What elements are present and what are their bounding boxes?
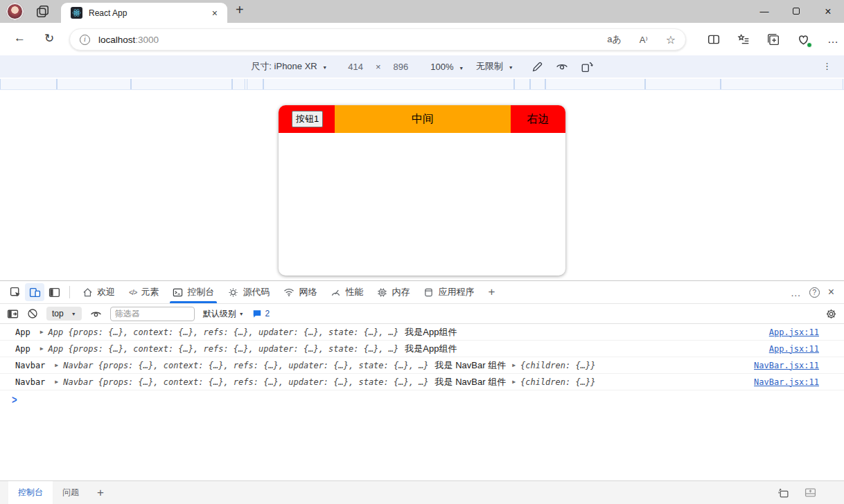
media-query-segment[interactable] — [57, 79, 131, 89]
object-preview[interactable]: Navbar {props: {…}, context: {…}, refs: … — [63, 377, 428, 387]
page-button-1[interactable]: 按钮1 — [292, 111, 323, 127]
media-query-segment[interactable] — [530, 79, 545, 89]
tab-sources[interactable]: 源代码 — [221, 281, 276, 303]
media-query-segment[interactable] — [721, 79, 843, 89]
help-icon[interactable]: ? — [809, 287, 820, 298]
back-button[interactable]: ← — [14, 31, 26, 45]
viewport-height-field[interactable]: 896 — [394, 62, 409, 72]
tab-welcome[interactable]: 欢迎 — [76, 281, 122, 303]
devtools-tab-bar: 欢迎 </> 元素 控制台 源代码 网络 — [0, 281, 844, 303]
device-size-select[interactable]: 尺寸: iPhone XR ▼ — [251, 60, 327, 73]
console-log-row: Navbar ▶ Navbar {props: {…}, context: {…… — [0, 374, 844, 390]
media-query-segment[interactable] — [263, 79, 514, 89]
split-screen-icon[interactable] — [707, 33, 720, 46]
expand-arrow-icon[interactable]: ▶ — [55, 362, 58, 368]
media-query-segment[interactable] — [514, 79, 530, 89]
media-query-segment[interactable] — [247, 79, 263, 89]
device-size-label: 尺寸: iPhone XR — [251, 61, 317, 71]
viewport-width-field[interactable]: 414 — [348, 62, 363, 72]
object-preview[interactable]: App {props: {…}, context: {…}, refs: {…}… — [49, 344, 399, 354]
tab-console[interactable]: 控制台 — [166, 281, 221, 303]
expand-arrow-icon[interactable]: ▶ — [512, 362, 516, 368]
browser-essentials-icon[interactable] — [797, 33, 810, 46]
context-label: top — [52, 309, 64, 318]
close-devtools-icon[interactable]: × — [828, 286, 834, 298]
devtools-more-icon[interactable]: … — [791, 287, 801, 298]
media-query-segment[interactable] — [0, 79, 57, 89]
console-prompt[interactable]: > — [0, 390, 844, 408]
expand-arrow-icon[interactable]: ▶ — [512, 379, 516, 385]
browser-tab[interactable]: React App × — [61, 3, 227, 23]
media-query-segment[interactable] — [545, 79, 645, 89]
media-query-segment[interactable] — [232, 79, 245, 89]
console-settings-gear-icon[interactable] — [825, 308, 837, 320]
new-tab-button[interactable]: + — [236, 2, 244, 18]
tab-label: 元素 — [141, 286, 159, 298]
tab-memory[interactable]: 内存 — [370, 281, 416, 303]
drawer-add-tab-button[interactable]: + — [89, 486, 112, 500]
workspaces-icon[interactable] — [36, 5, 49, 18]
close-window-button[interactable]: × — [812, 6, 844, 18]
favorite-star-icon[interactable]: ☆ — [666, 33, 676, 46]
tab-label: 网络 — [299, 286, 317, 298]
expand-arrow-icon[interactable]: ▶ — [40, 329, 44, 335]
object-preview[interactable]: Navbar {props: {…}, context: {…}, refs: … — [63, 361, 428, 370]
clear-console-icon[interactable] — [27, 308, 38, 319]
drawer-tab-console[interactable]: 控制台 — [8, 481, 53, 504]
pen-tool-icon[interactable] — [531, 61, 543, 73]
object-preview-children[interactable]: {children: {…}} — [520, 377, 595, 387]
console-sidebar-icon[interactable] — [7, 308, 19, 320]
more-tabs-button[interactable]: + — [481, 285, 502, 299]
chip-icon — [377, 287, 387, 298]
profile-avatar[interactable] — [6, 3, 24, 20]
source-link[interactable]: App.jsx:11 — [769, 344, 819, 354]
drawer-expand-icon[interactable] — [805, 487, 816, 498]
issues-counter[interactable]: 2 — [252, 309, 270, 318]
divider — [69, 286, 70, 298]
inspect-element-icon[interactable] — [6, 283, 25, 301]
live-expression-eye-icon[interactable] — [90, 308, 102, 320]
tab-application[interactable]: 应用程序 — [416, 281, 481, 303]
context-selector[interactable]: top ▼ — [46, 307, 82, 321]
translate-icon[interactable]: aあ — [607, 33, 622, 46]
address-bar[interactable]: i localhost:3000 aあ A⁾ ☆ — [69, 28, 686, 51]
source-link[interactable]: NavBar.jsx:11 — [754, 377, 819, 387]
react-favicon — [71, 7, 82, 19]
source-link[interactable]: App.jsx:11 — [769, 327, 819, 337]
tab-network[interactable]: 网络 — [276, 281, 324, 303]
read-aloud-icon[interactable]: A⁾ — [640, 35, 648, 45]
favorites-icon[interactable] — [737, 33, 750, 46]
device-toolbar-more-icon[interactable]: ⋮ — [823, 61, 832, 71]
minimize-button[interactable]: — — [748, 6, 780, 17]
expand-arrow-icon[interactable]: ▶ — [40, 345, 44, 352]
url-port: :3000 — [135, 35, 159, 45]
essentials-status-badge — [807, 42, 812, 48]
home-icon — [82, 287, 93, 298]
eye-icon[interactable] — [556, 60, 568, 73]
log-levels-select[interactable]: 默认级别 ▼ — [203, 308, 244, 320]
object-preview[interactable]: App {props: {…}, context: {…}, refs: {…}… — [49, 327, 399, 337]
collections-icon[interactable] — [767, 33, 780, 46]
dock-side-icon[interactable] — [44, 283, 64, 301]
zoom-select[interactable]: 100% ▼ — [430, 62, 464, 72]
tab-title: React App — [89, 8, 209, 18]
site-info-icon[interactable]: i — [80, 35, 90, 45]
console-filter-input[interactable] — [110, 307, 195, 321]
media-query-segment[interactable] — [645, 79, 721, 89]
object-preview-children[interactable]: {children: {…}} — [520, 361, 595, 370]
media-query-segment[interactable] — [131, 79, 232, 89]
refresh-button[interactable]: ↻ — [44, 31, 54, 46]
device-toolbar-toggle-icon[interactable] — [25, 283, 44, 301]
rotate-device-icon[interactable] — [581, 60, 593, 73]
tab-performance[interactable]: 性能 — [324, 281, 370, 303]
expand-arrow-icon[interactable]: ▶ — [55, 379, 58, 385]
tab-close-icon[interactable]: × — [209, 8, 220, 19]
settings-more-icon[interactable]: … — [827, 33, 838, 46]
throttling-select[interactable]: 无限制 ▼ — [476, 60, 513, 73]
source-link[interactable]: NavBar.jsx:11 — [754, 361, 819, 370]
drawer-dock-icon[interactable] — [777, 487, 789, 498]
maximize-button[interactable] — [780, 6, 812, 17]
drawer-tab-issues[interactable]: 问题 — [53, 481, 89, 504]
console-icon — [173, 287, 183, 298]
tab-elements[interactable]: </> 元素 — [122, 281, 166, 303]
